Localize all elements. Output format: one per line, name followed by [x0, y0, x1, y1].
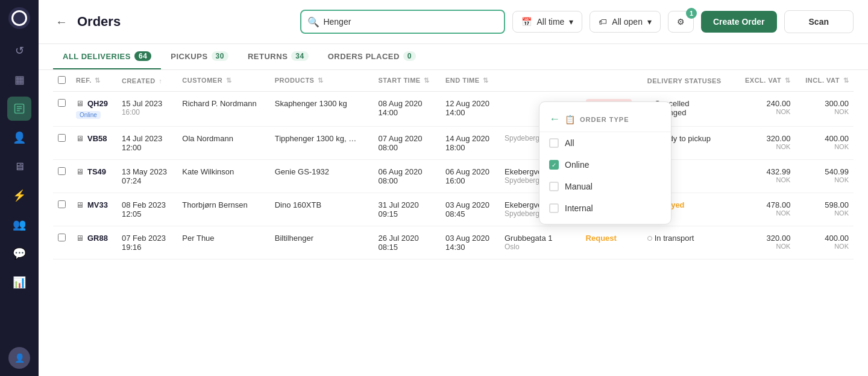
tab-returns-count: 34	[291, 51, 308, 61]
order-type-internal[interactable]: Internal	[539, 197, 671, 219]
created-cell: 15 Jul 2023 16:00	[117, 92, 177, 127]
row-checkbox[interactable]	[58, 134, 66, 142]
order-type-online[interactable]: ✓ Online	[539, 154, 671, 176]
incl-vat-cell: 300.00 NOK	[795, 92, 854, 127]
start-time-cell: 31 Jul 2020 09:15	[374, 193, 441, 226]
sidebar-item-contacts[interactable]: 👥	[7, 212, 31, 237]
back-arrow-icon[interactable]: ←	[549, 113, 560, 126]
row-checkbox[interactable]	[58, 234, 66, 241]
col-incl-vat: INCL. VAT ⇅	[795, 70, 854, 92]
excl-vat-cell: 320.00 NOK	[735, 127, 796, 160]
order-type-dropdown: ← 📋 ORDER TYPE All ✓ Online Manual Inter…	[539, 101, 671, 225]
col-location	[500, 70, 581, 92]
table-row[interactable]: 🖥 GR88 07 Feb 2023 19:16 Per Thue Biltil…	[53, 226, 854, 260]
col-start-time: START TIME ⇅	[374, 70, 441, 92]
monitor-icon: 🖥	[76, 200, 84, 209]
row-checkbox[interactable]	[58, 99, 66, 107]
search-input[interactable]	[300, 10, 505, 34]
customer-cell: Ola Nordmann	[177, 127, 269, 160]
created-time: 16:00	[122, 108, 172, 116]
incl-vat-cell: 400.00 NOK	[795, 226, 854, 260]
products-cell: Biltilhenger	[270, 226, 374, 260]
page-title: Orders	[77, 14, 121, 30]
date-filter-dropdown[interactable]: 📅 All time ▾	[512, 11, 582, 33]
create-order-button[interactable]: Create Order	[701, 11, 777, 33]
all-checkbox[interactable]	[549, 138, 559, 148]
ref-value[interactable]: GR88	[87, 234, 108, 243]
products-cell: Skaphenger 1300 kg	[270, 92, 374, 127]
sidebar-item-calendar[interactable]: ▦	[7, 68, 31, 92]
table-row[interactable]: 🖥 TS49 13 May 2023 07:24 Kate Wilkinson …	[53, 160, 854, 193]
excl-vat-cell: 320.00 NOK	[735, 226, 796, 260]
avatar[interactable]: 👤	[8, 347, 30, 369]
select-all-checkbox[interactable]	[58, 76, 66, 84]
online-checkbox[interactable]: ✓	[549, 160, 559, 170]
table-row[interactable]: 🖥 VB58 14 Jul 2023 12:00 Ola Nordmann Ti…	[53, 127, 854, 160]
table-row[interactable]: 🖥 QH29 Online 15 Jul 2023 16:00 Richard …	[53, 92, 854, 127]
products-cell: Tipphenger 1300 kg, Bil...	[270, 127, 374, 160]
status-badge: Request	[586, 234, 617, 243]
sidebar-item-monitor[interactable]: 🖥	[7, 155, 31, 179]
customer-cell: Per Thue	[177, 226, 269, 260]
customer-cell: Kate Wilkinson	[177, 160, 269, 193]
sidebar-item-chat[interactable]: 💬	[7, 241, 31, 266]
start-time-cell: 26 Jul 2020 08:15	[374, 226, 441, 260]
order-type-manual[interactable]: Manual	[539, 176, 671, 197]
products-cell: Dino 160XTB	[270, 193, 374, 226]
date-filter-label: All time	[536, 17, 564, 27]
tab-orders-placed[interactable]: ORDERS PLACED 0	[318, 44, 426, 69]
tab-orders-placed-count: 0	[403, 51, 416, 61]
tabs: ALL DELIVERIES 64 PICKUPS 30 RETURNS 34 …	[39, 44, 868, 70]
city-label: Oslo	[505, 243, 576, 251]
sidebar-item-person[interactable]: 👤	[7, 126, 31, 150]
table-row[interactable]: 🖥 MV33 08 Feb 2023 12:05 Thorbjørn Berns…	[53, 193, 854, 226]
ref-value[interactable]: MV33	[87, 200, 108, 209]
address-label: Grubbegata 1	[505, 234, 576, 243]
status-filter-dropdown[interactable]: 🏷 All open ▾	[590, 11, 661, 33]
filter-badge: 1	[686, 8, 697, 19]
tab-all-deliveries-count: 64	[134, 51, 151, 61]
manual-checkbox[interactable]	[549, 182, 559, 191]
sidebar-item-orders[interactable]	[7, 97, 31, 121]
col-ref: REF. ⇅	[71, 70, 117, 92]
ref-value[interactable]: TS49	[87, 167, 106, 176]
incl-vat-cell: 598.00 NOK	[795, 193, 854, 226]
sidebar-item-lightning[interactable]: ⚡	[7, 183, 31, 208]
col-customer: CUSTOMER ⇅	[177, 70, 269, 92]
filter-button[interactable]: ⚙ 1	[668, 11, 694, 33]
end-time-cell: 03 Aug 2020 14:30	[441, 226, 500, 260]
col-delivery-statuses: DELIVERY STATUSES	[643, 70, 735, 92]
internal-checkbox[interactable]	[549, 203, 559, 213]
main-content: ← Orders 🔍 📅 All time ▾ 🏷 All open ▾ ⚙ 1	[39, 0, 868, 376]
created-date: 15 Jul 2023	[122, 99, 172, 108]
monitor-icon: 🖥	[76, 234, 84, 243]
delivery-status-cell: In transport	[643, 226, 735, 260]
order-type-all[interactable]: All	[539, 132, 671, 154]
back-button[interactable]: ←	[53, 13, 70, 31]
tab-returns[interactable]: RETURNS 34	[238, 44, 318, 69]
tab-pickups[interactable]: PICKUPS 30	[161, 44, 238, 69]
ref-cell: 🖥 QH29 Online	[71, 92, 117, 127]
scan-button[interactable]: Scan	[784, 10, 854, 33]
app-logo	[8, 7, 30, 29]
row-checkbox[interactable]	[58, 200, 66, 208]
sidebar-item-chart[interactable]: 📊	[7, 270, 31, 295]
ref-value[interactable]: QH29	[87, 99, 108, 108]
row-checkbox[interactable]	[58, 167, 66, 175]
dropdown-header: ← 📋 ORDER TYPE	[539, 107, 671, 132]
sidebar: ↺ ▦ 👤 🖥 ⚡ 👥 💬 📊 👤	[0, 0, 39, 376]
search-icon: 🔍	[307, 16, 319, 28]
col-excl-vat: EXCL. VAT ⇅	[735, 70, 796, 92]
tab-pickups-label: PICKUPS	[171, 52, 207, 61]
col-created: CREATED ↑	[117, 70, 177, 92]
tab-all-deliveries[interactable]: ALL DELIVERIES 64	[53, 44, 161, 69]
incl-vat-cell: 400.00 NOK	[795, 127, 854, 160]
ref-cell: 🖥 VB58	[71, 127, 117, 160]
created-cell: 07 Feb 2023 19:16	[117, 226, 177, 260]
tab-all-deliveries-label: ALL DELIVERIES	[63, 52, 131, 61]
sidebar-item-history[interactable]: ↺	[7, 39, 31, 63]
tag-icon: 🏷	[599, 17, 607, 27]
ref-value[interactable]: VB58	[87, 134, 107, 143]
chevron-down-icon-2: ▾	[647, 17, 652, 27]
monitor-icon: 🖥	[76, 167, 84, 176]
